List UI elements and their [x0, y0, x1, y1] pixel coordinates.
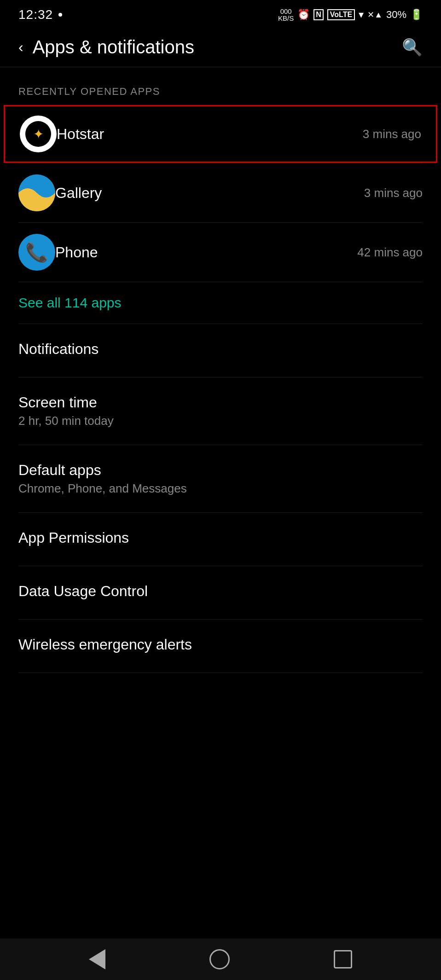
alarm-icon: ⏰: [297, 9, 310, 21]
nav-left: ‹ Apps & notifications: [18, 37, 194, 58]
hotstar-app-time: 3 mins ago: [363, 127, 421, 141]
app-item-gallery[interactable]: Gallery 3 mins ago: [0, 163, 441, 222]
phone-app-name: Phone: [55, 244, 357, 261]
menu-item-emergency-alerts[interactable]: Wireless emergency alerts: [0, 620, 441, 673]
page-title: Apps & notifications: [33, 37, 194, 58]
status-time: 12:32: [18, 7, 53, 22]
recently-opened-section: RECENTLY OPENED APPS ✦ Hotstar 3 mins ag…: [0, 67, 441, 324]
menu-item-data-usage[interactable]: Data Usage Control: [0, 566, 441, 619]
gallery-app-name: Gallery: [55, 185, 364, 202]
battery-percent: 30%: [386, 9, 406, 21]
volte-icon: VoLTE: [327, 9, 355, 20]
phone-app-time: 42 mins ago: [357, 245, 423, 260]
data-rate-icon: 000KB/S: [278, 8, 294, 22]
recent-square-icon: [334, 950, 352, 968]
back-triangle-icon: [89, 949, 105, 969]
app-permissions-title: App Permissions: [18, 529, 423, 546]
menu-item-app-permissions[interactable]: App Permissions: [0, 513, 441, 566]
search-button[interactable]: 🔍: [402, 38, 423, 57]
signal-icon: ✕▲: [367, 10, 383, 20]
nav-recent-button[interactable]: [334, 950, 352, 968]
status-bar: 12:32 000KB/S ⏰ N VoLTE ▾ ✕▲ 30% 🔋: [0, 0, 441, 28]
phone-icon: 📞: [18, 234, 55, 271]
app-item-hotstar[interactable]: ✦ Hotstar 3 mins ago: [4, 105, 437, 163]
hotstar-app-name: Hotstar: [57, 126, 363, 143]
gallery-app-time: 3 mins ago: [364, 186, 423, 200]
battery-icon: 🔋: [410, 9, 423, 21]
nav-back-button[interactable]: [89, 949, 105, 969]
data-usage-title: Data Usage Control: [18, 583, 423, 600]
divider-10: [18, 673, 423, 673]
phone-icon-glyph: 📞: [25, 242, 48, 263]
emergency-alerts-title: Wireless emergency alerts: [18, 636, 423, 653]
menu-item-notifications[interactable]: Notifications: [0, 324, 441, 377]
screen-time-subtitle: 2 hr, 50 min today: [18, 414, 423, 428]
back-button[interactable]: ‹: [18, 39, 23, 56]
wifi-icon: ▾: [359, 9, 364, 21]
status-icons: 000KB/S ⏰ N VoLTE ▾ ✕▲ 30% 🔋: [278, 8, 423, 22]
home-circle-icon: [209, 949, 230, 969]
default-apps-title: Default apps: [18, 462, 423, 479]
nav-home-button[interactable]: [209, 949, 230, 969]
hotstar-icon: ✦: [20, 116, 57, 152]
status-dot: [58, 13, 62, 17]
top-nav: ‹ Apps & notifications 🔍: [0, 28, 441, 67]
nfc-icon: N: [313, 9, 324, 20]
app-item-phone[interactable]: 📞 Phone 42 mins ago: [0, 223, 441, 282]
see-all-apps-link[interactable]: See all 114 apps: [0, 282, 441, 324]
bottom-nav: [0, 939, 441, 980]
menu-item-default-apps[interactable]: Default apps Chrome, Phone, and Messages: [0, 445, 441, 512]
menu-item-screen-time[interactable]: Screen time 2 hr, 50 min today: [0, 377, 441, 445]
default-apps-subtitle: Chrome, Phone, and Messages: [18, 481, 423, 496]
gallery-svg: [18, 174, 55, 211]
menu-list: Notifications Screen time 2 hr, 50 min t…: [0, 324, 441, 673]
screen-time-title: Screen time: [18, 394, 423, 411]
gallery-icon: [18, 174, 55, 211]
hotstar-inner: ✦: [25, 121, 51, 147]
notifications-title: Notifications: [18, 341, 423, 358]
section-label: RECENTLY OPENED APPS: [0, 67, 441, 105]
hotstar-star-icon: ✦: [33, 127, 44, 142]
